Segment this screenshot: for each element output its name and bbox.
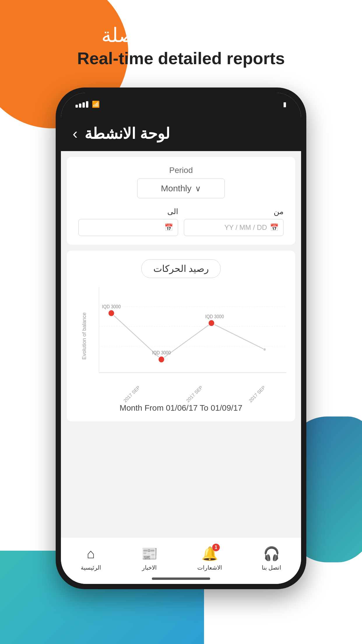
phone-frame: 📶 ▮ ‹ لوحة الانشطة Period Monthly ∨ من xyxy=(56,88,306,589)
svg-text:IQD 3000: IQD 3000 xyxy=(102,304,121,309)
arabic-title: تقارير فورية مفصلة xyxy=(0,23,362,47)
chart-y-label: Evolution of balance xyxy=(81,325,87,360)
date-from-placeholder: YY / MM / DD xyxy=(224,223,267,232)
home-icon-wrap: ⌂ xyxy=(82,545,100,562)
line-chart: IQD 3000 IQD 3000 IQD 3000 xyxy=(99,287,287,386)
period-label: Period xyxy=(78,166,284,175)
x-label-1: 2017 SEP xyxy=(123,385,141,404)
bell-icon-wrap: 🔔 1 xyxy=(201,545,219,562)
svg-text:IQD 3000: IQD 3000 xyxy=(152,350,171,355)
headset-icon-wrap: 🎧 xyxy=(263,545,280,562)
period-value: Monthly xyxy=(161,183,191,193)
signal-bar-3 xyxy=(82,102,85,108)
calendar-from-icon: 📅 xyxy=(270,223,279,232)
date-to-field: الى 📅 xyxy=(78,207,178,236)
svg-point-7 xyxy=(158,356,164,363)
nav-label-notifications: الاشعارات xyxy=(197,564,222,571)
home-icon: ⌂ xyxy=(87,546,95,561)
nav-item-contact[interactable]: 🎧 اتصل بنا xyxy=(262,545,282,571)
date-from-field: من 📅 YY / MM / DD xyxy=(184,207,284,236)
bottom-nav: ⌂ الرئيسية 📰 الاخبار 🔔 1 الاشعارات 🎧 xyxy=(61,537,301,584)
notification-badge: 1 xyxy=(212,544,220,551)
chevron-down-icon: ∨ xyxy=(195,184,201,193)
signal-icon xyxy=(75,101,88,108)
nav-item-notifications[interactable]: 🔔 1 الاشعارات xyxy=(197,545,222,571)
signal-bar-4 xyxy=(86,101,88,108)
home-indicator xyxy=(152,578,210,580)
nav-item-news[interactable]: 📰 الاخبار xyxy=(140,545,158,571)
content-area: Period Monthly ∨ من 📅 YY / MM / DD الى xyxy=(61,151,301,537)
headset-icon: 🎧 xyxy=(263,546,280,561)
chart-container: Evolution of balance xyxy=(75,287,287,398)
svg-point-11 xyxy=(263,348,266,351)
period-dropdown[interactable]: Monthly ∨ xyxy=(137,178,225,198)
english-title: Real-time detailed reports xyxy=(0,47,362,69)
date-to-input[interactable]: 📅 xyxy=(78,219,178,236)
nav-label-news: الاخبار xyxy=(142,564,157,571)
signal-bar-2 xyxy=(79,104,81,108)
x-label-2: 2017 SEP xyxy=(185,385,204,404)
nav-item-home[interactable]: ⌂ الرئيسية xyxy=(81,545,101,571)
svg-text:IQD 3000: IQD 3000 xyxy=(205,314,224,319)
page-header: تقارير فورية مفصلة Real-time detailed re… xyxy=(0,23,362,69)
app-title: لوحة الانشطة xyxy=(85,125,170,142)
date-from-input[interactable]: 📅 YY / MM / DD xyxy=(184,219,284,236)
chart-footer: Month From 01/06/17 To 01/09/17 xyxy=(75,403,287,413)
date-from-label: من xyxy=(184,207,284,216)
period-card: Period Monthly ∨ من 📅 YY / MM / DD الى xyxy=(67,157,295,245)
status-bar: 📶 ▮ xyxy=(61,93,301,116)
chart-x-labels: 2017 SEP 2017 SEP 2017 SEP xyxy=(99,386,287,398)
notch xyxy=(152,93,210,104)
chart-card: رصيد الحركات Evolution of balance xyxy=(67,251,295,421)
wifi-icon: 📶 xyxy=(92,101,100,108)
app-header: ‹ لوحة الانشطة xyxy=(61,116,301,151)
news-icon-wrap: 📰 xyxy=(140,545,158,562)
svg-point-5 xyxy=(108,310,114,316)
news-icon: 📰 xyxy=(141,546,158,561)
calendar-to-icon: 📅 xyxy=(164,223,173,232)
nav-label-contact: اتصل بنا xyxy=(262,564,282,571)
date-to-label: الى xyxy=(78,207,178,216)
signal-bar-1 xyxy=(75,105,78,108)
x-label-3: 2017 SEP xyxy=(248,385,266,404)
chart-svg: IQD 3000 IQD 3000 IQD 3000 xyxy=(99,287,287,386)
phone-inner: 📶 ▮ ‹ لوحة الانشطة Period Monthly ∨ من xyxy=(61,93,301,584)
svg-point-9 xyxy=(208,320,215,326)
date-row: من 📅 YY / MM / DD الى 📅 xyxy=(78,207,284,236)
nav-label-home: الرئيسية xyxy=(81,564,101,571)
battery-icon: ▮ xyxy=(283,101,287,108)
status-left: 📶 xyxy=(75,101,100,108)
chart-title: رصيد الحركات xyxy=(141,259,221,278)
back-button[interactable]: ‹ xyxy=(73,126,78,141)
